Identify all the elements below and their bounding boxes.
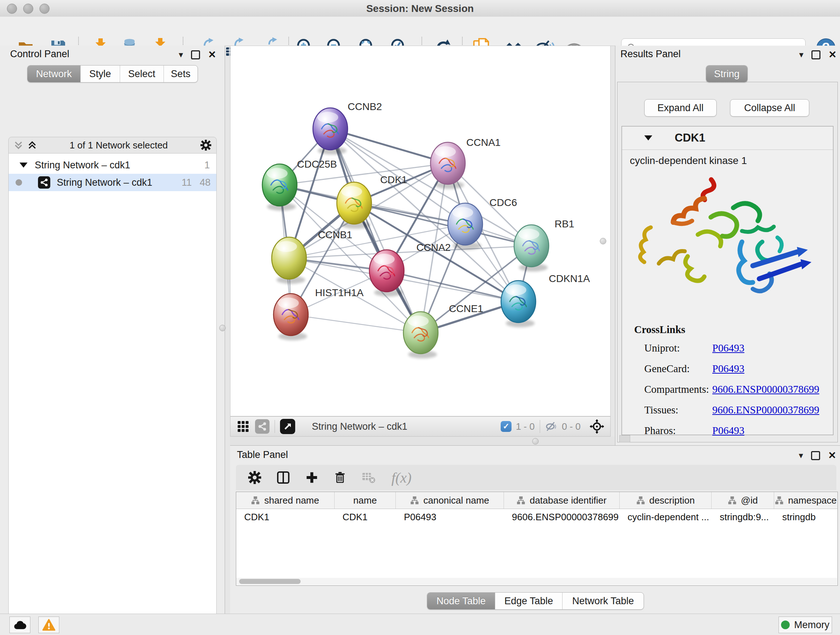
crosslink-value-link[interactable]: 9606.ENSP00000378699 <box>712 383 819 395</box>
tab-select[interactable]: Select <box>120 65 164 82</box>
graph-edge[interactable] <box>330 129 448 163</box>
grid-view-icon[interactable] <box>237 420 249 432</box>
crosslink-value-link[interactable]: P06493 <box>712 342 745 354</box>
network-graph[interactable]: CCNB2CCNA1CDC25BCDK1CDC6RB1CCNB1CCNA2CDK… <box>231 46 610 416</box>
table-cell[interactable]: CDK1 <box>335 509 396 525</box>
table-panel-float-icon[interactable] <box>811 451 820 460</box>
crosslink-label: GeneCard: <box>644 363 712 375</box>
table-cell[interactable]: cyclin-dependent ... <box>620 509 712 525</box>
column-header-label: shared name <box>264 495 319 506</box>
birdseye-view-icon[interactable] <box>280 419 295 434</box>
table-cell[interactable]: stringdb <box>774 509 837 525</box>
column-header-namespace[interactable]: namespace <box>774 492 837 509</box>
table-row[interactable]: CDK1CDK1P064939606.ENSP00000378699cyclin… <box>236 509 837 525</box>
left-divider-handle[interactable] <box>219 325 226 331</box>
column-network-icon <box>636 496 645 505</box>
protein-structure-image <box>633 173 821 314</box>
node-label-cdk1: CDK1 <box>380 174 407 185</box>
table-panel-menu-caret-icon[interactable]: ▾ <box>799 451 803 460</box>
network-share-view-icon[interactable] <box>255 419 270 434</box>
crosslink-value-link[interactable]: P06493 <box>712 363 745 375</box>
tab-string[interactable]: String <box>706 65 747 82</box>
show-columns-icon[interactable] <box>276 470 290 485</box>
tab-network-table[interactable]: Network Table <box>562 593 644 609</box>
protein-name: CDK1 <box>675 131 705 144</box>
delete-table-icon <box>362 470 376 485</box>
column-header-shared-name[interactable]: shared name <box>236 492 335 509</box>
network-canvas[interactable]: CCNB2CCNA1CDC25BCDK1CDC6RB1CCNB1CCNA2CDK… <box>230 46 611 416</box>
network-collection-row[interactable]: String Network – cdk1 1 <box>9 157 216 174</box>
node-gloss <box>341 186 362 197</box>
crosslink-row: GeneCard:P06493 <box>644 363 833 375</box>
column-network-icon <box>251 496 260 505</box>
add-column-icon[interactable] <box>305 471 318 484</box>
node-table: shared namenamecanonical namedatabase id… <box>236 492 838 586</box>
node-label-cdkn1a: CDKN1A <box>549 273 590 284</box>
results-scroll-corner[interactable] <box>619 435 630 442</box>
expand-all-chevron-icon[interactable] <box>14 141 23 150</box>
column-header-label: @id <box>741 495 758 506</box>
memory-label: Memory <box>794 619 829 631</box>
tab-network[interactable]: Network <box>27 65 81 82</box>
results-panel-float-icon[interactable] <box>812 50 821 59</box>
delete-column-trash-icon[interactable] <box>333 471 347 484</box>
selected-checkbox-icon[interactable]: ✓ <box>501 421 512 432</box>
crosslink-label: Uniprot: <box>644 342 712 354</box>
warnings-button[interactable] <box>38 616 59 633</box>
table-scrollbar-thumb[interactable] <box>239 579 301 584</box>
table-cell[interactable]: CDK1 <box>236 509 335 525</box>
node-label-hist1h1a: HIST1H1A <box>315 287 363 298</box>
fit-selected-crosshair-icon[interactable] <box>589 419 605 434</box>
collapse-all-button[interactable]: Collapse All <box>730 99 809 117</box>
node-label-ccnb1: CCNB1 <box>318 229 352 241</box>
collapse-all-chevron-icon[interactable] <box>27 141 37 150</box>
tab-edge-table[interactable]: Edge Table <box>495 593 562 609</box>
table-panel-close-icon[interactable]: ✕ <box>828 451 836 461</box>
column-header--id[interactable]: @id <box>712 492 774 509</box>
expand-all-button[interactable]: Expand All <box>644 99 717 117</box>
control-panel-float-icon[interactable] <box>191 50 200 59</box>
network-options-gear-icon[interactable] <box>201 140 211 150</box>
graph-edge[interactable] <box>291 315 421 333</box>
horizontal-divider[interactable] <box>230 437 615 445</box>
network-row-selected[interactable]: String Network – cdk1 11 48 <box>9 174 216 191</box>
column-network-icon <box>410 496 419 505</box>
tab-node-table[interactable]: Node Table <box>427 593 495 609</box>
control-panel-menu-caret-icon[interactable]: ▾ <box>179 50 183 59</box>
column-header-name[interactable]: name <box>335 492 396 509</box>
table-cell[interactable]: P06493 <box>396 509 504 525</box>
results-panel-close-icon[interactable]: ✕ <box>829 50 837 60</box>
table-horizontal-scrollbar[interactable] <box>236 578 837 585</box>
node-label-cdc25b: CDC25B <box>297 158 337 170</box>
table-divider-handle[interactable] <box>532 438 538 445</box>
protein-card: CDK1 cyclin-dependent kinase 1 <box>622 126 834 435</box>
tab-sets[interactable]: Sets <box>164 65 197 82</box>
graph-edge[interactable] <box>387 271 518 302</box>
column-header-database-identifier[interactable]: database identifier <box>504 492 620 509</box>
table-cell[interactable]: stringdb:9... <box>712 509 774 525</box>
right-divider-handle[interactable] <box>600 238 606 244</box>
tab-style[interactable]: Style <box>81 65 120 82</box>
column-header-description[interactable]: description <box>620 492 712 509</box>
cloud-icon <box>13 620 27 630</box>
control-panel: Control Panel ▾ ✕ Network Style Select S… <box>0 46 225 614</box>
control-panel-close-icon[interactable]: ✕ <box>208 50 216 60</box>
crosslink-value-link[interactable]: P06493 <box>712 424 745 437</box>
table-options-gear-icon[interactable] <box>248 471 261 484</box>
crosslink-row: Tissues:9606.ENSP00000378699 <box>644 404 833 416</box>
collection-disclosure-icon[interactable] <box>19 163 27 168</box>
results-panel-menu-caret-icon[interactable]: ▾ <box>799 50 804 59</box>
column-header-label: namespace <box>788 495 836 506</box>
cloud-status-button[interactable] <box>9 616 30 633</box>
protein-disclosure-icon[interactable] <box>644 135 652 141</box>
column-header-label: name <box>354 495 377 506</box>
memory-button[interactable]: Memory <box>778 616 832 633</box>
column-header-canonical-name[interactable]: canonical name <box>396 492 504 509</box>
table-toolbar: f(x) <box>236 465 836 490</box>
crosslink-value-link[interactable]: 9606.ENSP00000378699 <box>712 404 819 416</box>
table-cell[interactable]: 9606.ENSP00000378699 <box>504 509 620 525</box>
crosslink-label: Compartments: <box>644 383 712 395</box>
collection-label: String Network – cdk1 <box>35 160 130 171</box>
function-builder-icon: f(x) <box>392 469 412 486</box>
status-bar: Memory <box>0 614 840 635</box>
